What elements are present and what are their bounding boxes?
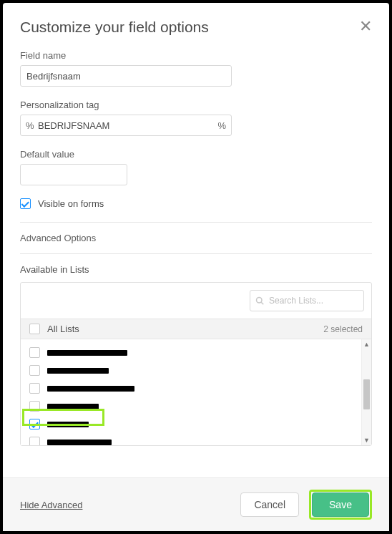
list-item-label	[47, 368, 109, 374]
personalization-tag-label: Personalization tag	[20, 99, 372, 110]
field-name-label: Field name	[20, 50, 372, 61]
scroll-up-icon[interactable]: ▲	[362, 339, 371, 349]
percent-left-icon: %	[26, 120, 34, 131]
list-item[interactable]	[29, 361, 363, 379]
modal-body: Customize your field options ✕ Field nam…	[3, 3, 389, 477]
default-value-input[interactable]	[20, 164, 127, 185]
svg-point-0	[257, 298, 263, 304]
all-lists-checkbox[interactable]	[29, 324, 40, 334]
scroll-thumb[interactable]	[363, 379, 370, 409]
personalization-tag-group: Personalization tag % %	[20, 99, 372, 136]
visible-on-forms-label: Visible on forms	[38, 198, 104, 209]
cancel-button[interactable]: Cancel	[240, 492, 299, 517]
search-lists-input[interactable]	[250, 290, 364, 311]
field-name-input[interactable]	[20, 65, 232, 87]
list-item-checkbox[interactable]	[29, 365, 40, 376]
list-item[interactable]	[29, 433, 363, 445]
all-lists-label: All Lists	[47, 324, 79, 334]
default-value-label: Default value	[20, 149, 372, 160]
list-item[interactable]	[29, 344, 363, 361]
list-item-label	[47, 386, 134, 392]
list-item-label	[47, 440, 112, 445]
divider	[20, 222, 372, 223]
hide-advanced-link[interactable]: Hide Advanced	[20, 500, 82, 510]
all-lists-row: All Lists 2 selected	[21, 319, 371, 339]
advanced-options-label: Advanced Options	[20, 233, 372, 243]
list-item-label	[47, 350, 127, 356]
list-item-checkbox[interactable]	[29, 383, 40, 394]
selected-count: 2 selected	[323, 324, 363, 334]
percent-right-icon: %	[217, 120, 226, 131]
highlight-save: Save	[309, 490, 372, 520]
close-icon[interactable]: ✕	[359, 19, 372, 34]
available-in-lists-label: Available in Lists	[20, 264, 372, 275]
search-icon	[255, 296, 264, 305]
list-item[interactable]	[29, 379, 363, 397]
personalization-tag-input[interactable]	[20, 115, 232, 136]
field-name-group: Field name	[20, 50, 372, 87]
highlight-selected-item	[22, 409, 104, 426]
modal-title: Customize your field options	[20, 19, 209, 36]
lists-scroll: ▲ ▼	[21, 339, 371, 445]
search-row	[21, 283, 371, 319]
divider	[20, 253, 372, 254]
default-value-group: Default value	[20, 149, 372, 185]
save-button[interactable]: Save	[312, 492, 369, 517]
visible-on-forms-row: Visible on forms	[20, 198, 372, 209]
scrollbar[interactable]: ▲ ▼	[361, 339, 371, 445]
list-item-checkbox[interactable]	[29, 437, 40, 445]
list-item-checkbox[interactable]	[29, 347, 40, 358]
modal-footer: Hide Advanced Cancel Save	[3, 477, 389, 531]
lists-box: All Lists 2 selected ▲ ▼	[20, 282, 372, 446]
scroll-down-icon[interactable]: ▼	[362, 435, 371, 445]
visible-on-forms-checkbox[interactable]	[20, 198, 31, 209]
modal-customize-field: Customize your field options ✕ Field nam…	[3, 3, 389, 531]
svg-line-1	[261, 302, 263, 304]
